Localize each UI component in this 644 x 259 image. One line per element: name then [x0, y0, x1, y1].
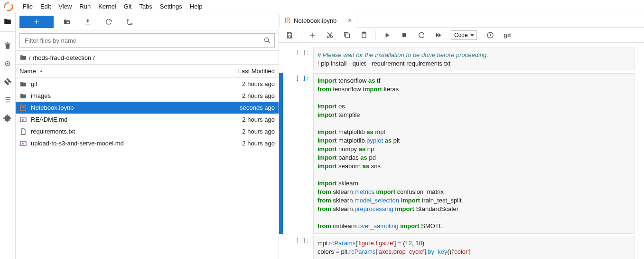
filter-input[interactable]: [19, 33, 275, 48]
new-folder-icon[interactable]: [63, 18, 71, 26]
notebook-icon: [19, 104, 27, 112]
svg-point-5: [265, 38, 269, 42]
running-icon[interactable]: [3, 59, 12, 68]
file-name: requirements.txt: [31, 128, 208, 135]
copy-icon[interactable]: [343, 31, 351, 39]
notebook-toolbar: Code git: [279, 28, 644, 43]
svg-rect-14: [345, 34, 349, 38]
svg-rect-17: [402, 33, 406, 37]
folder-icon: [19, 54, 27, 61]
trash-icon[interactable]: [3, 41, 12, 50]
folder-icon: [19, 92, 27, 100]
search-icon: [263, 37, 271, 44]
activity-bar: [0, 13, 16, 259]
folder-icon[interactable]: [3, 17, 12, 26]
breadcrumb-segment[interactable]: rhods-fraud-detection: [33, 54, 92, 61]
column-modified-header[interactable]: Last Modified: [208, 67, 275, 75]
new-launcher-button[interactable]: [19, 16, 54, 28]
toc-icon[interactable]: [3, 96, 12, 104]
svg-rect-2: [7, 63, 9, 65]
menu-run[interactable]: Run: [75, 1, 94, 12]
file-modified: 2 hours ago: [208, 80, 275, 87]
file-row[interactable]: Mupload-to-s3-and-serve-model.md2 hours …: [16, 137, 279, 149]
breadcrumb[interactable]: / rhods-fraud-detection /: [16, 50, 279, 65]
notebook-panel: Notebook.ipynb × Code git [ ]:# Pl: [279, 13, 644, 259]
menu-git[interactable]: Git: [120, 1, 136, 12]
file-name: gif: [31, 80, 208, 87]
save-icon[interactable]: [286, 31, 293, 39]
file-row[interactable]: MREADME.md2 hours ago: [16, 114, 279, 125]
menu-view[interactable]: View: [55, 1, 75, 12]
svg-point-4: [131, 23, 132, 24]
cell-prompt: [ ]:: [283, 73, 313, 234]
clock-icon[interactable]: [486, 31, 494, 39]
extension-icon[interactable]: [3, 114, 12, 122]
markdown-icon: M: [19, 140, 27, 147]
top-menu-bar: FileEditViewRunKernelGitTabsSettingsHelp: [0, 0, 644, 13]
file-name: upload-to-s3-and-serve-model.md: [31, 140, 208, 147]
git-icon[interactable]: [3, 77, 12, 86]
cell-input[interactable]: # Please wait for the installation to be…: [313, 48, 635, 71]
close-icon[interactable]: ×: [348, 17, 352, 24]
cell-type-select[interactable]: Code: [451, 30, 477, 40]
cell-input[interactable]: import tensorflow as tf from tensorflow …: [313, 73, 635, 234]
cell-prompt: [ ]:: [283, 48, 313, 71]
file-name: Notebook.ipynb: [31, 104, 208, 111]
git-label[interactable]: git: [504, 31, 511, 38]
file-browser-toolbar: [16, 13, 279, 30]
file-icon: [19, 128, 27, 135]
tab-title: Notebook.ipynb: [294, 17, 336, 24]
cell-prompt: [ ]:: [283, 236, 313, 259]
restart-run-all-icon[interactable]: [435, 31, 442, 39]
file-modified: 2 hours ago: [208, 92, 275, 99]
upload-icon[interactable]: [84, 18, 92, 26]
tab-bar: Notebook.ipynb ×: [279, 13, 644, 28]
sort-asc-icon: [39, 69, 44, 74]
code-cell[interactable]: [ ]:import tensorflow as tf from tensorf…: [279, 72, 644, 235]
menu-kernel[interactable]: Kernel: [94, 1, 120, 12]
folder-icon: [19, 80, 27, 88]
git-pull-icon[interactable]: [126, 18, 133, 26]
file-row[interactable]: images2 hours ago: [16, 90, 279, 102]
file-row[interactable]: Notebook.ipynbseconds ago: [16, 102, 279, 114]
breadcrumb-sep: /: [29, 54, 31, 61]
menu-settings[interactable]: Settings: [156, 1, 186, 12]
file-list-header: Name Last Modified: [16, 65, 279, 78]
notebook-content: [ ]:# Please wait for the installation t…: [279, 43, 644, 259]
svg-point-0: [5, 2, 13, 10]
file-modified: seconds ago: [208, 104, 275, 111]
add-cell-icon[interactable]: [309, 31, 317, 39]
menu-edit[interactable]: Edit: [37, 1, 55, 12]
menu-tabs[interactable]: Tabs: [135, 1, 156, 12]
menu-help[interactable]: Help: [186, 1, 206, 12]
cut-icon[interactable]: [326, 31, 334, 39]
markdown-icon: M: [19, 116, 27, 124]
file-list: gif2 hours agoimages2 hours agoNotebook.…: [16, 78, 279, 259]
file-modified: 2 hours ago: [208, 128, 275, 135]
run-icon[interactable]: [383, 31, 391, 39]
code-cell[interactable]: [ ]:# Please wait for the installation t…: [279, 47, 644, 72]
file-modified: 2 hours ago: [208, 116, 275, 123]
paste-icon[interactable]: [360, 31, 368, 39]
menu-file[interactable]: File: [19, 1, 37, 12]
restart-icon[interactable]: [418, 31, 425, 39]
file-row[interactable]: gif2 hours ago: [16, 78, 279, 90]
svg-text:M: M: [22, 118, 25, 121]
svg-text:M: M: [22, 142, 25, 145]
refresh-icon[interactable]: [105, 18, 112, 26]
column-name-header[interactable]: Name: [19, 67, 36, 75]
notebook-icon: [284, 17, 291, 24]
stop-icon[interactable]: [401, 31, 408, 39]
file-name: images: [31, 92, 208, 99]
file-row[interactable]: requirements.txt2 hours ago: [16, 125, 279, 137]
code-cell[interactable]: [ ]:mpl.rcParams['figure.figsize'] = (12…: [279, 235, 644, 259]
svg-point-3: [127, 19, 129, 20]
file-browser-panel: / rhods-fraud-detection / Name Last Modi…: [16, 13, 279, 259]
file-name: README.md: [31, 116, 208, 123]
cell-input[interactable]: mpl.rcParams['figure.figsize'] = (12, 10…: [313, 236, 635, 259]
tab-notebook[interactable]: Notebook.ipynb ×: [279, 14, 357, 28]
jupyter-logo-icon: [4, 2, 13, 11]
file-modified: 2 hours ago: [208, 140, 275, 147]
breadcrumb-sep: /: [93, 54, 95, 61]
